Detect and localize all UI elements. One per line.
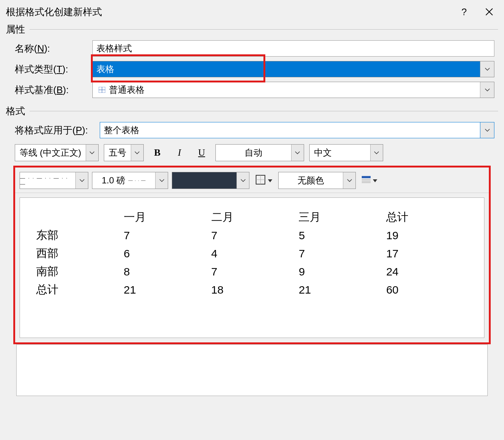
type-label: 样式类型(T): <box>15 63 92 76</box>
table-cell: 17 <box>383 244 471 263</box>
table-cell: 21 <box>296 281 383 299</box>
fill-color-value: 无颜色 <box>279 172 343 189</box>
dropdown-button[interactable] <box>370 145 383 161</box>
properties-header: 属性 <box>6 23 498 36</box>
preview-table: 一月 二月 三月 总计 东部 7 7 5 19 <box>33 208 471 299</box>
chevron-down-icon <box>134 151 140 154</box>
dropdown-button[interactable] <box>480 122 494 138</box>
pen-color-swatch <box>172 172 236 189</box>
chevron-down-icon <box>241 179 246 182</box>
name-label: 名称(N): <box>15 42 92 55</box>
dropdown-button[interactable] <box>291 145 304 161</box>
table-header-row: 一月 二月 三月 总计 <box>33 208 471 226</box>
table-cell: 7 <box>208 226 296 244</box>
font-family-dropdown[interactable]: 等线 (中文正文) <box>15 144 99 161</box>
type-highlight: 表格 <box>92 61 494 77</box>
table-cell: 8 <box>121 263 208 281</box>
dropdown-button[interactable] <box>480 82 494 98</box>
based-on-text: 普通表格 <box>109 84 144 96</box>
svg-rect-9 <box>362 176 371 178</box>
font-size-dropdown[interactable]: 五号 <box>104 144 144 161</box>
close-icon <box>485 8 493 16</box>
font-color-dropdown[interactable]: 自动 <box>215 144 304 161</box>
dropdown-button[interactable] <box>343 172 355 189</box>
label-text: ): <box>82 125 88 136</box>
table-row: 总计 21 18 21 60 <box>33 281 471 299</box>
dropdown-button[interactable] <box>236 172 249 189</box>
font-size-value: 五号 <box>104 145 131 161</box>
table-cell: 21 <box>121 281 208 299</box>
border-toolbar: — · · — · · — · · — 1.0 磅 — · · — <box>15 167 489 193</box>
table-cell: 24 <box>383 263 471 281</box>
chevron-down-icon <box>485 88 490 91</box>
shading-split-button[interactable] <box>360 172 379 189</box>
apply-to-dropdown[interactable]: 整个表格 <box>100 122 494 138</box>
font-toolbar: 等线 (中文正文) 五号 B I U 自动 中文 <box>6 141 498 164</box>
line-weight-dropdown[interactable]: 1.0 磅 — · · — <box>92 172 168 189</box>
apply-to-value: 整个表格 <box>100 122 480 138</box>
table-cell: 7 <box>208 263 296 281</box>
dialog-title: 根据格式化创建新样式 <box>6 6 455 18</box>
apply-to-label: 将格式应用于(P): <box>15 124 100 137</box>
table-icon <box>99 85 105 95</box>
line-style-dropdown[interactable]: — · · — · · — · · — <box>20 172 88 189</box>
table-row: 南部 8 7 9 24 <box>33 263 471 281</box>
create-style-dialog: 根据格式化创建新样式 ? 属性 名称(N): 表格样式 样式类型(T): 表格 <box>0 0 504 440</box>
chevron-down-icon <box>159 179 164 182</box>
based-on-row: 样式基准(B): 普通表格 <box>6 79 498 100</box>
svg-marker-13 <box>373 179 377 182</box>
chevron-down-icon <box>295 151 300 154</box>
table-header-cell: 总计 <box>383 208 471 226</box>
based-on-dropdown[interactable]: 普通表格 <box>92 82 494 98</box>
properties-section: 属性 名称(N): 表格样式 样式类型(T): 表格 <box>0 21 504 102</box>
font-color-value: 自动 <box>216 145 291 161</box>
name-row: 名称(N): 表格样式 <box>6 38 498 59</box>
label-text: ): <box>44 43 50 54</box>
format-header: 格式 <box>6 105 498 118</box>
dropdown-button[interactable] <box>131 145 143 161</box>
table-cell: 总计 <box>33 281 121 299</box>
caret-down-icon <box>268 177 272 184</box>
dropdown-button[interactable] <box>480 61 494 77</box>
dropdown-button[interactable] <box>86 145 98 161</box>
apply-to-row: 将格式应用于(P): 整个表格 <box>6 120 498 141</box>
divider <box>30 111 498 111</box>
format-section: 格式 将格式应用于(P): 整个表格 等线 (中文正文) 五号 <box>0 102 504 398</box>
table-cell: 西部 <box>33 244 121 263</box>
table-cell: 19 <box>383 226 471 244</box>
line-weight-value: 1.0 磅 — · · — <box>92 172 155 189</box>
line-style-preview: — · · — · · — · · — <box>20 172 75 189</box>
table-header-cell: 一月 <box>121 208 208 226</box>
fill-color-dropdown[interactable]: 无颜色 <box>278 172 356 189</box>
table-header-cell <box>33 208 121 226</box>
style-type-dropdown[interactable]: 表格 <box>92 61 494 77</box>
close-button[interactable] <box>480 4 498 19</box>
format-label: 格式 <box>6 105 25 118</box>
italic-button[interactable]: I <box>171 144 188 161</box>
chevron-down-icon <box>347 179 352 182</box>
language-value: 中文 <box>310 145 370 161</box>
help-button[interactable]: ? <box>455 4 473 19</box>
borders-split-button[interactable] <box>253 172 275 189</box>
underline-button[interactable]: U <box>193 144 210 161</box>
table-cell: 7 <box>121 226 208 244</box>
chevron-down-icon <box>485 68 490 71</box>
table-cell: 5 <box>296 226 383 244</box>
table-cell: 60 <box>383 281 471 299</box>
name-input[interactable]: 表格样式 <box>92 40 494 57</box>
label-accel: B <box>57 84 63 95</box>
style-type-value: 表格 <box>93 61 480 77</box>
table-cell: 东部 <box>33 226 121 244</box>
bold-button[interactable]: B <box>149 144 166 161</box>
chevron-down-icon <box>485 129 490 132</box>
table-row: 西部 6 4 7 17 <box>33 244 471 263</box>
properties-label: 属性 <box>6 23 25 36</box>
label-text: 名称( <box>15 43 37 54</box>
pen-color-dropdown[interactable] <box>172 172 249 189</box>
name-value: 表格样式 <box>96 43 132 54</box>
based-on-value: 普通表格 <box>93 82 480 98</box>
description-box <box>16 344 488 396</box>
dropdown-button[interactable] <box>75 172 88 189</box>
dropdown-button[interactable] <box>155 172 168 189</box>
language-dropdown[interactable]: 中文 <box>309 144 383 161</box>
